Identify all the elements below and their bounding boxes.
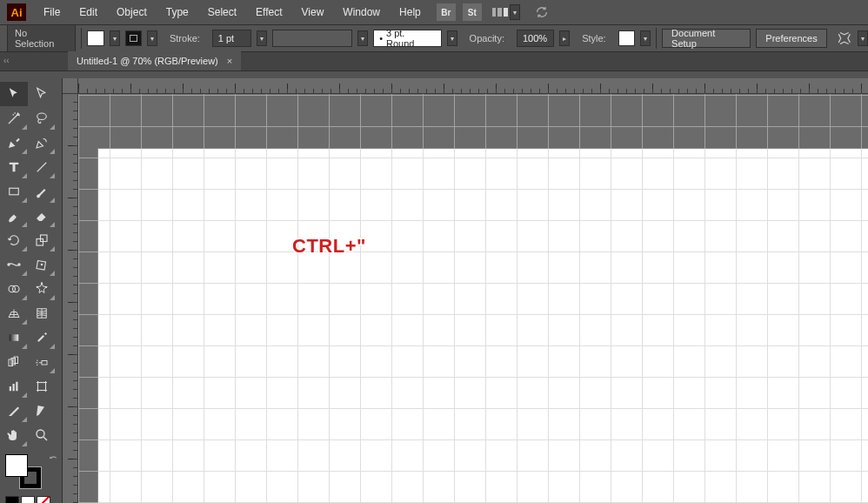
curvature-tool[interactable] bbox=[28, 131, 56, 155]
svg-point-4 bbox=[8, 264, 10, 265]
brush-dropdown[interactable]: ▾ bbox=[447, 30, 457, 46]
align-dropdown[interactable]: ▾ bbox=[858, 30, 868, 46]
svg-point-22 bbox=[37, 430, 44, 438]
artboard[interactable] bbox=[97, 148, 868, 503]
color-mode-gradient[interactable] bbox=[21, 496, 35, 503]
fill-stroke-swap[interactable]: ⤺ bbox=[0, 451, 62, 494]
document-tab[interactable]: Untitled-1 @ 70% (RGB/Preview) × bbox=[68, 51, 241, 70]
pen-tool[interactable] bbox=[0, 131, 28, 155]
menu-file[interactable]: File bbox=[35, 3, 69, 22]
fill-color-box[interactable] bbox=[5, 454, 28, 477]
width-tool[interactable] bbox=[0, 252, 28, 277]
brush-definition[interactable]: •3 pt. Round bbox=[373, 30, 442, 47]
mesh-tool[interactable] bbox=[28, 301, 56, 325]
svg-point-10 bbox=[45, 286, 47, 288]
symbol-sprayer-tool[interactable] bbox=[28, 350, 56, 374]
svg-point-0 bbox=[37, 113, 47, 120]
gradient-tool[interactable] bbox=[0, 325, 28, 350]
lasso-tool[interactable] bbox=[28, 106, 56, 131]
menu-window[interactable]: Window bbox=[334, 3, 389, 22]
print-tiling-tool[interactable] bbox=[28, 399, 56, 423]
document-setup-button[interactable]: Document Setup bbox=[662, 29, 751, 48]
svg-rect-20 bbox=[16, 382, 17, 392]
rectangle-tool[interactable] bbox=[0, 179, 28, 204]
eyedropper-tool[interactable] bbox=[28, 325, 56, 350]
opacity-field[interactable]: 100% bbox=[517, 30, 554, 47]
menu-bar: Ai File Edit Object Type Select Effect V… bbox=[0, 0, 868, 24]
ruler-origin[interactable] bbox=[63, 78, 78, 94]
profile-dropdown[interactable]: ▾ bbox=[357, 30, 368, 46]
divider bbox=[656, 28, 657, 49]
preferences-button[interactable]: Preferences bbox=[756, 29, 826, 48]
eraser-tool[interactable] bbox=[28, 204, 56, 228]
column-graph-tool[interactable] bbox=[0, 374, 28, 399]
horizontal-ruler[interactable] bbox=[78, 78, 868, 94]
arrange-documents-icon[interactable] bbox=[492, 6, 508, 18]
type-tool[interactable] bbox=[0, 155, 28, 179]
app-logo: Ai bbox=[7, 3, 26, 21]
slice-tool[interactable] bbox=[0, 399, 28, 423]
style-label: Style: bbox=[575, 30, 613, 46]
brush-def-text: 3 pt. Round bbox=[386, 28, 436, 49]
color-mode-solid[interactable] bbox=[5, 496, 19, 503]
hand-tool[interactable] bbox=[0, 423, 28, 447]
zoom-tool[interactable] bbox=[28, 423, 56, 447]
blend-tool[interactable] bbox=[0, 350, 28, 374]
opacity-dropdown[interactable]: ▸ bbox=[559, 30, 570, 46]
sync-settings-icon[interactable] bbox=[534, 5, 550, 19]
stock-icon[interactable]: St bbox=[463, 3, 482, 21]
menu-view[interactable]: View bbox=[293, 3, 333, 22]
stroke-weight-field[interactable]: 1 pt bbox=[212, 30, 251, 47]
divider bbox=[81, 28, 82, 49]
style-swatch[interactable] bbox=[618, 30, 636, 46]
direct-selection-tool[interactable] bbox=[28, 82, 56, 106]
line-tool[interactable] bbox=[28, 155, 56, 179]
svg-point-8 bbox=[13, 285, 20, 292]
svg-point-9 bbox=[41, 282, 43, 284]
color-mode-row bbox=[0, 496, 62, 503]
shape-builder-tool[interactable] bbox=[0, 277, 28, 301]
perspective-grid-tool[interactable] bbox=[0, 301, 28, 325]
svg-rect-13 bbox=[10, 334, 19, 341]
free-transform-tool[interactable] bbox=[28, 252, 56, 277]
vertical-ruler[interactable] bbox=[63, 94, 78, 503]
menu-help[interactable]: Help bbox=[391, 3, 430, 22]
close-tab-icon[interactable]: × bbox=[227, 56, 232, 66]
menu-type[interactable]: Type bbox=[157, 3, 197, 22]
svg-point-5 bbox=[18, 264, 20, 265]
selection-tool[interactable] bbox=[0, 82, 28, 106]
rotate-tool[interactable] bbox=[0, 228, 28, 252]
stroke-swatch[interactable] bbox=[125, 30, 143, 46]
scale-tool[interactable] bbox=[28, 228, 56, 252]
menu-effect[interactable]: Effect bbox=[247, 3, 290, 22]
panel-collapse-icon[interactable]: ‹‹ bbox=[3, 56, 10, 65]
color-mode-none[interactable] bbox=[37, 496, 50, 503]
overlay-annotation: CTRL+" bbox=[292, 235, 366, 258]
opacity-label: Opacity: bbox=[463, 30, 511, 46]
puppet-warp-tool[interactable] bbox=[28, 277, 56, 301]
style-dropdown[interactable]: ▾ bbox=[640, 30, 651, 46]
paintbrush-tool[interactable] bbox=[28, 179, 56, 204]
svg-rect-2 bbox=[37, 239, 43, 246]
align-to-icon[interactable] bbox=[836, 30, 853, 47]
menu-select[interactable]: Select bbox=[199, 3, 245, 22]
artboard-tool[interactable] bbox=[28, 374, 56, 399]
canvas-area[interactable]: CTRL+" bbox=[63, 78, 868, 503]
fill-dropdown[interactable]: ▾ bbox=[110, 30, 120, 46]
magic-wand-tool[interactable] bbox=[0, 106, 28, 131]
menu-edit[interactable]: Edit bbox=[70, 3, 106, 22]
fill-swatch[interactable] bbox=[87, 30, 104, 46]
variable-width-profile[interactable] bbox=[272, 30, 352, 47]
menu-object[interactable]: Object bbox=[108, 3, 156, 22]
shaper-tool[interactable] bbox=[0, 204, 28, 228]
selection-status: No Selection bbox=[7, 24, 76, 52]
swap-fill-stroke-icon[interactable]: ⤺ bbox=[50, 453, 57, 462]
stroke-dropdown[interactable]: ▾ bbox=[147, 30, 157, 46]
svg-rect-21 bbox=[38, 383, 46, 391]
stroke-label: Stroke: bbox=[163, 30, 207, 46]
stroke-weight-dropdown[interactable]: ▾ bbox=[257, 30, 267, 46]
arrange-dropdown[interactable]: ▾ bbox=[510, 4, 520, 20]
bridge-icon[interactable]: Br bbox=[437, 3, 456, 21]
svg-rect-1 bbox=[10, 188, 19, 195]
svg-rect-18 bbox=[10, 386, 11, 391]
